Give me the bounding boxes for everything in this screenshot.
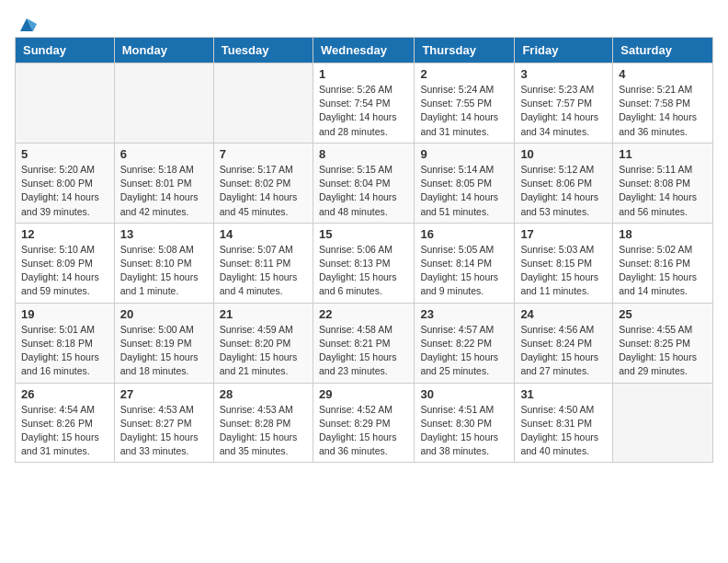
day-info: Sunrise: 5:23 AM Sunset: 7:57 PM Dayligh… [520,83,607,139]
day-number: 29 [319,387,408,401]
calendar-cell: 14Sunrise: 5:07 AM Sunset: 8:11 PM Dayli… [213,223,313,303]
calendar-cell: 19Sunrise: 5:01 AM Sunset: 8:18 PM Dayli… [16,303,115,383]
calendar-cell: 23Sunrise: 4:57 AM Sunset: 8:22 PM Dayli… [415,303,515,383]
weekday-header-friday: Friday [515,38,613,63]
day-info: Sunrise: 5:20 AM Sunset: 8:00 PM Dayligh… [21,163,108,219]
day-number: 17 [520,227,607,241]
day-info: Sunrise: 4:59 AM Sunset: 8:20 PM Dayligh… [220,323,307,379]
calendar-cell: 26Sunrise: 4:54 AM Sunset: 8:26 PM Dayli… [16,383,115,463]
day-number: 1 [319,67,408,81]
day-number: 18 [619,227,707,241]
weekday-header-tuesday: Tuesday [213,38,313,63]
day-info: Sunrise: 4:52 AM Sunset: 8:29 PM Dayligh… [319,403,408,459]
day-info: Sunrise: 4:50 AM Sunset: 8:31 PM Dayligh… [520,403,607,459]
day-number: 23 [420,307,508,321]
day-info: Sunrise: 5:18 AM Sunset: 8:01 PM Dayligh… [120,163,208,219]
calendar-cell: 22Sunrise: 4:58 AM Sunset: 8:21 PM Dayli… [313,303,414,383]
weekday-header-wednesday: Wednesday [313,38,414,63]
day-info: Sunrise: 5:21 AM Sunset: 7:58 PM Dayligh… [619,83,707,139]
calendar-cell: 16Sunrise: 5:05 AM Sunset: 8:14 PM Dayli… [415,223,515,303]
day-number: 6 [120,147,208,161]
day-number: 10 [520,147,607,161]
day-info: Sunrise: 4:57 AM Sunset: 8:22 PM Dayligh… [420,323,508,379]
day-number: 15 [319,227,408,241]
day-number: 21 [220,307,307,321]
calendar-cell: 30Sunrise: 4:51 AM Sunset: 8:30 PM Dayli… [415,383,515,463]
day-info: Sunrise: 4:56 AM Sunset: 8:24 PM Dayligh… [520,323,607,379]
day-info: Sunrise: 4:53 AM Sunset: 8:28 PM Dayligh… [220,403,307,459]
weekday-header-sunday: Sunday [16,38,115,63]
calendar-cell [16,63,115,144]
calendar-week-row: 5Sunrise: 5:20 AM Sunset: 8:00 PM Daylig… [16,143,713,223]
calendar-cell: 29Sunrise: 4:52 AM Sunset: 8:29 PM Dayli… [313,383,414,463]
day-number: 2 [420,67,508,81]
day-info: Sunrise: 5:03 AM Sunset: 8:15 PM Dayligh… [520,243,607,299]
calendar-week-row: 12Sunrise: 5:10 AM Sunset: 8:09 PM Dayli… [16,223,713,303]
calendar-cell: 21Sunrise: 4:59 AM Sunset: 8:20 PM Dayli… [213,303,313,383]
day-number: 8 [319,147,408,161]
day-info: Sunrise: 5:24 AM Sunset: 7:55 PM Dayligh… [420,83,508,139]
day-number: 13 [120,227,208,241]
calendar-cell: 4Sunrise: 5:21 AM Sunset: 7:58 PM Daylig… [613,63,713,144]
calendar-cell: 18Sunrise: 5:02 AM Sunset: 8:16 PM Dayli… [613,223,713,303]
day-number: 31 [520,387,607,401]
calendar-cell: 25Sunrise: 4:55 AM Sunset: 8:25 PM Dayli… [613,303,713,383]
calendar-week-row: 19Sunrise: 5:01 AM Sunset: 8:18 PM Dayli… [16,303,713,383]
day-number: 26 [21,387,108,401]
calendar-cell: 7Sunrise: 5:17 AM Sunset: 8:02 PM Daylig… [213,143,313,223]
calendar-cell: 11Sunrise: 5:11 AM Sunset: 8:08 PM Dayli… [613,143,713,223]
calendar-cell: 13Sunrise: 5:08 AM Sunset: 8:10 PM Dayli… [114,223,213,303]
calendar-cell: 3Sunrise: 5:23 AM Sunset: 7:57 PM Daylig… [515,63,613,144]
day-info: Sunrise: 5:11 AM Sunset: 8:08 PM Dayligh… [619,163,707,219]
calendar-cell: 6Sunrise: 5:18 AM Sunset: 8:01 PM Daylig… [114,143,213,223]
logo [15,15,37,29]
calendar-cell: 10Sunrise: 5:12 AM Sunset: 8:06 PM Dayli… [515,143,613,223]
day-info: Sunrise: 5:14 AM Sunset: 8:05 PM Dayligh… [420,163,508,219]
calendar-cell: 1Sunrise: 5:26 AM Sunset: 7:54 PM Daylig… [313,63,414,144]
page-header [15,15,713,29]
day-info: Sunrise: 5:17 AM Sunset: 8:02 PM Dayligh… [220,163,307,219]
weekday-header-monday: Monday [114,38,213,63]
day-info: Sunrise: 5:15 AM Sunset: 8:04 PM Dayligh… [319,163,408,219]
day-number: 7 [220,147,307,161]
day-number: 30 [420,387,508,401]
day-number: 12 [21,227,108,241]
day-number: 24 [520,307,607,321]
calendar-cell: 5Sunrise: 5:20 AM Sunset: 8:00 PM Daylig… [16,143,115,223]
weekday-header-thursday: Thursday [415,38,515,63]
calendar-cell: 15Sunrise: 5:06 AM Sunset: 8:13 PM Dayli… [313,223,414,303]
day-number: 28 [220,387,307,401]
calendar-cell [213,63,313,144]
calendar-cell: 24Sunrise: 4:56 AM Sunset: 8:24 PM Dayli… [515,303,613,383]
day-info: Sunrise: 4:54 AM Sunset: 8:26 PM Dayligh… [21,403,108,459]
calendar-cell: 31Sunrise: 4:50 AM Sunset: 8:31 PM Dayli… [515,383,613,463]
calendar-cell: 2Sunrise: 5:24 AM Sunset: 7:55 PM Daylig… [415,63,515,144]
day-number: 11 [619,147,707,161]
day-info: Sunrise: 4:51 AM Sunset: 8:30 PM Dayligh… [420,403,508,459]
calendar-cell: 28Sunrise: 4:53 AM Sunset: 8:28 PM Dayli… [213,383,313,463]
day-number: 27 [120,387,208,401]
calendar-cell: 17Sunrise: 5:03 AM Sunset: 8:15 PM Dayli… [515,223,613,303]
calendar-cell [613,383,713,463]
day-info: Sunrise: 5:10 AM Sunset: 8:09 PM Dayligh… [21,243,108,299]
day-number: 25 [619,307,707,321]
logo-icon [17,15,37,35]
day-number: 3 [520,67,607,81]
calendar-week-row: 1Sunrise: 5:26 AM Sunset: 7:54 PM Daylig… [16,63,713,144]
calendar-cell: 9Sunrise: 5:14 AM Sunset: 8:05 PM Daylig… [415,143,515,223]
day-number: 22 [319,307,408,321]
day-info: Sunrise: 4:53 AM Sunset: 8:27 PM Dayligh… [120,403,208,459]
day-info: Sunrise: 5:01 AM Sunset: 8:18 PM Dayligh… [21,323,108,379]
calendar-week-row: 26Sunrise: 4:54 AM Sunset: 8:26 PM Dayli… [16,383,713,463]
day-info: Sunrise: 4:55 AM Sunset: 8:25 PM Dayligh… [619,323,707,379]
calendar-cell [114,63,213,144]
calendar-cell: 12Sunrise: 5:10 AM Sunset: 8:09 PM Dayli… [16,223,115,303]
day-info: Sunrise: 5:26 AM Sunset: 7:54 PM Dayligh… [319,83,408,139]
day-info: Sunrise: 5:05 AM Sunset: 8:14 PM Dayligh… [420,243,508,299]
day-info: Sunrise: 5:12 AM Sunset: 8:06 PM Dayligh… [520,163,607,219]
calendar-cell: 8Sunrise: 5:15 AM Sunset: 8:04 PM Daylig… [313,143,414,223]
day-number: 16 [420,227,508,241]
day-number: 9 [420,147,508,161]
day-number: 20 [120,307,208,321]
calendar-cell: 27Sunrise: 4:53 AM Sunset: 8:27 PM Dayli… [114,383,213,463]
